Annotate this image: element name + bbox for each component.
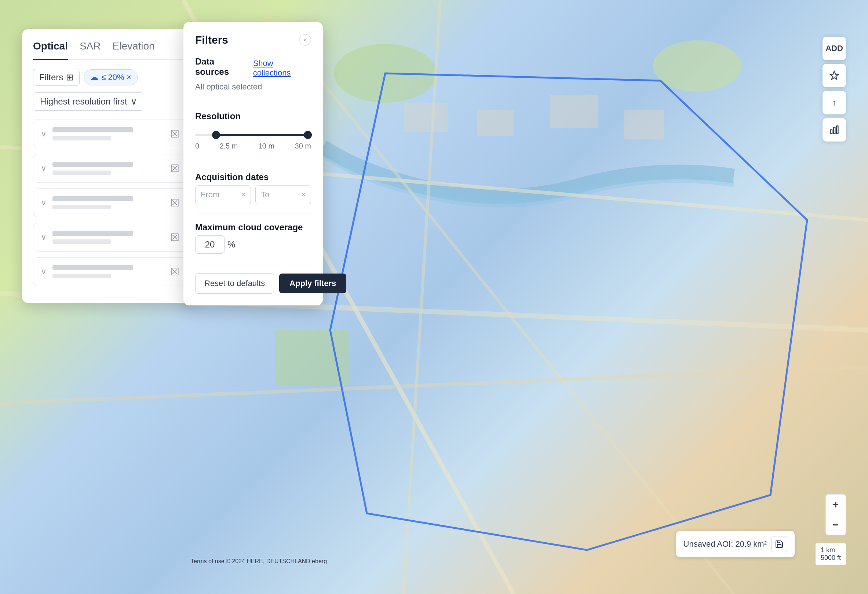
slider-label-10: 10 m (258, 142, 275, 150)
svg-rect-16 (834, 127, 836, 134)
item-title-line (52, 162, 133, 167)
item-sub-line (52, 205, 111, 209)
list-item[interactable]: ∨ ☒ (33, 257, 187, 286)
aoi-label: Unsaved AOI: 20.9 km² (683, 539, 767, 549)
clear-from-icon[interactable]: × (241, 191, 245, 199)
terms-text: Terms of use © 2024 HERE, DEUTSCHLAND eb… (191, 558, 327, 565)
item-title-line (52, 127, 133, 133)
item-title-line (52, 265, 133, 270)
filter-row: Filters ⊞ ☁ ≤ 20% × (33, 69, 187, 86)
checkbox-icon[interactable]: ☒ (170, 231, 179, 243)
from-placeholder: From (201, 190, 219, 199)
resolution-label: Resolution (195, 111, 311, 121)
resolution-section: Resolution 0 2.5 m 10 m 30 m (195, 111, 311, 154)
percent-label: % (227, 239, 235, 250)
buttons-row: Reset to defaults Apply filters (195, 273, 311, 294)
zoom-controls: + − (825, 494, 846, 535)
item-title-line (52, 196, 133, 201)
item-title-line (52, 231, 133, 236)
data-sources-label: Data sources (195, 56, 249, 77)
upload-button[interactable]: ↑ (822, 91, 846, 114)
scale-km: 1 km (821, 546, 841, 554)
svg-rect-15 (831, 130, 833, 134)
all-optical-text: All optical selected (195, 82, 311, 92)
svg-rect-2 (275, 330, 348, 385)
list-item[interactable]: ∨ ☒ (33, 223, 187, 252)
item-sub-line (52, 274, 111, 278)
upload-icon: ↑ (832, 97, 837, 109)
checkbox-icon[interactable]: ☒ (170, 128, 179, 140)
clear-to-icon[interactable]: × (301, 191, 306, 199)
expand-icon: ∨ (41, 198, 47, 208)
acquisition-dates-section: Acquisition dates From × To × (195, 172, 311, 204)
slider-fill (216, 134, 308, 136)
list-item[interactable]: ∨ ☒ (33, 154, 187, 183)
expand-icon: ∨ (41, 129, 47, 139)
sort-label: Highest resolution first (40, 96, 127, 107)
plus-icon: + (833, 499, 838, 511)
cloud-icon: ☁ (90, 72, 98, 82)
cloud-coverage-input[interactable] (195, 236, 224, 254)
modal-header: Filters × (195, 34, 311, 46)
scale-ft: 5000 ft (821, 554, 841, 562)
slider-label-2-5: 2.5 m (219, 142, 238, 150)
cloud-filter-badge[interactable]: ☁ ≤ 20% × (84, 69, 137, 85)
svg-rect-13 (624, 110, 664, 139)
close-icon: × (303, 36, 307, 44)
chevron-down-icon: ∨ (131, 96, 137, 107)
zoom-out-button[interactable]: − (825, 515, 846, 535)
expand-icon: ∨ (41, 233, 47, 242)
tab-sar[interactable]: SAR (80, 40, 101, 55)
filters-modal: Filters × Data sources Show collections … (183, 22, 323, 305)
expand-icon: ∨ (41, 267, 47, 277)
svg-rect-17 (837, 126, 838, 134)
aoi-badge: Unsaved AOI: 20.9 km² (676, 531, 795, 557)
svg-marker-14 (830, 71, 838, 79)
filter-icon: ⊞ (66, 72, 73, 83)
slider-thumb-left[interactable] (212, 131, 220, 139)
checkbox-icon[interactable]: ☒ (170, 197, 179, 209)
save-aoi-button[interactable] (771, 536, 787, 552)
show-collections-link[interactable]: Show collections (253, 59, 311, 78)
scale-bar: 1 km 5000 ft (816, 543, 846, 565)
divider (195, 213, 311, 214)
cloud-coverage-label: Maximum cloud coverage (195, 222, 311, 233)
add-label: ADD (825, 44, 843, 53)
to-date-input[interactable]: To × (255, 185, 311, 204)
draw-icon[interactable] (822, 64, 846, 87)
svg-rect-11 (477, 110, 514, 136)
chart-button[interactable] (822, 118, 846, 141)
item-sub-line (52, 136, 111, 140)
tabs-container: Optical SAR Elevation (33, 40, 187, 60)
modal-title: Filters (195, 34, 228, 46)
svg-rect-10 (403, 103, 447, 132)
slider-thumb-right[interactable] (304, 131, 312, 139)
right-toolbar: ADD ↑ (822, 37, 846, 141)
checkbox-icon[interactable]: ☒ (170, 266, 179, 278)
apply-button[interactable]: Apply filters (279, 274, 346, 293)
slider-track (195, 134, 311, 136)
list-item[interactable]: ∨ ☒ (33, 189, 187, 217)
divider (195, 264, 311, 264)
add-button[interactable]: ADD (822, 37, 846, 60)
item-sub-line (52, 239, 111, 244)
acquisition-dates-label: Acquisition dates (195, 172, 311, 182)
svg-point-1 (653, 40, 741, 92)
resolution-slider[interactable]: 0 2.5 m 10 m 30 m (195, 124, 311, 154)
zoom-in-button[interactable]: + (825, 494, 846, 515)
to-placeholder: To (261, 190, 269, 199)
from-date-input[interactable]: From × (195, 185, 251, 204)
left-panel: Optical SAR Elevation Filters ⊞ ☁ ≤ 20% … (22, 29, 198, 303)
tab-optical[interactable]: Optical (33, 40, 68, 60)
minus-icon: − (833, 519, 838, 531)
expand-icon: ∨ (41, 164, 47, 173)
filters-badge[interactable]: Filters ⊞ (33, 69, 80, 86)
close-button[interactable]: × (300, 34, 311, 46)
list-item[interactable]: ∨ ☒ (33, 119, 187, 148)
cloud-input-row: % (195, 236, 311, 254)
svg-rect-12 (550, 95, 598, 128)
sort-dropdown[interactable]: Highest resolution first ∨ (33, 92, 144, 111)
tab-elevation[interactable]: Elevation (113, 40, 155, 55)
checkbox-icon[interactable]: ☒ (170, 162, 179, 174)
reset-button[interactable]: Reset to defaults (195, 273, 274, 294)
